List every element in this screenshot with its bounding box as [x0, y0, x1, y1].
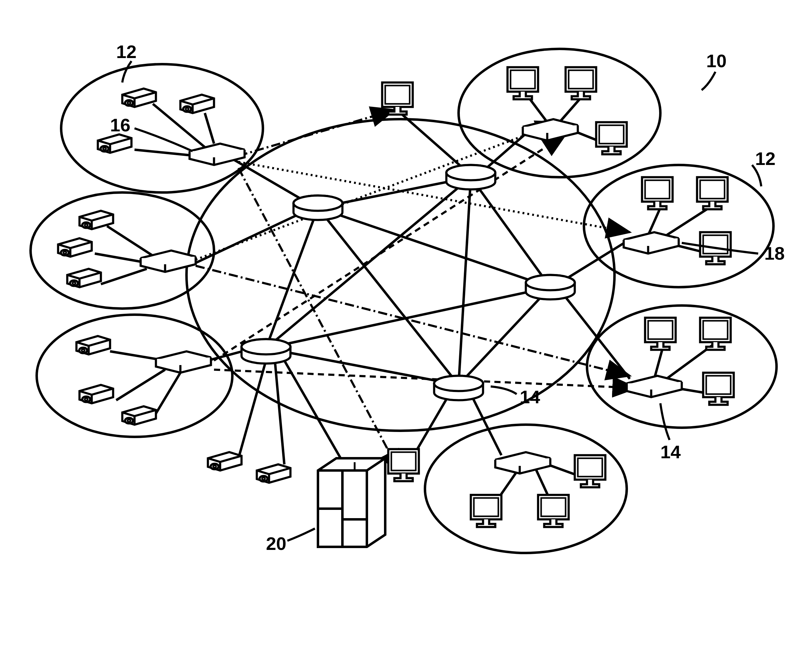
svg-line-15 [459, 177, 471, 385]
network-diagram: 10 12 12 14 14 16 18 20 [0, 0, 812, 655]
svg-line-21 [190, 214, 300, 266]
svg-line-29 [134, 150, 196, 156]
svg-line-14 [471, 177, 550, 287]
ref-router-outer: 14 [660, 442, 681, 462]
ref-system: 10 [706, 51, 727, 71]
source-group-bot-content [76, 336, 211, 424]
svg-line-36 [529, 98, 547, 122]
svg-line-34 [116, 370, 165, 400]
svg-line-17 [459, 287, 550, 385]
router-s [434, 376, 483, 400]
standalone-camera-2 [257, 464, 290, 483]
ref-server: 20 [266, 534, 287, 554]
dest-group-right-content [624, 177, 731, 264]
svg-line-32 [101, 269, 147, 284]
svg-line-26 [471, 394, 501, 455]
dest-group-top [459, 49, 660, 177]
ref-dest-switch: 18 [764, 243, 785, 264]
standalone-computer-2 [388, 449, 419, 481]
ref-source-switch: 16 [110, 115, 131, 135]
router-n [446, 165, 495, 189]
svg-line-12 [318, 208, 459, 385]
source-group-mid-content [58, 211, 196, 287]
ref-router-inner: 14 [520, 387, 540, 407]
standalone-cam-link-2 [275, 364, 284, 464]
ref-source-group-left: 12 [116, 42, 137, 62]
svg-line-24 [562, 241, 627, 281]
svg-line-20 [232, 159, 306, 201]
svg-line-37 [559, 98, 581, 122]
router-sw [242, 339, 290, 364]
dest-group-bot-content [471, 452, 606, 527]
dest-group-top-content [507, 67, 627, 154]
dest-group-bot [425, 424, 627, 553]
standalone-camera-1 [208, 452, 242, 470]
router-nw [293, 195, 342, 220]
svg-line-18 [266, 287, 550, 348]
svg-line-31 [95, 254, 147, 263]
svg-line-28 [205, 113, 214, 144]
ref-source-group-right: 12 [755, 149, 776, 169]
standalone-computer-1 [382, 83, 413, 115]
source-group-top [61, 64, 263, 192]
standalone-cam-link-1 [239, 360, 266, 458]
dest-group-rightlow-content [627, 318, 734, 405]
router-e [526, 275, 575, 300]
server-icon [318, 458, 385, 547]
